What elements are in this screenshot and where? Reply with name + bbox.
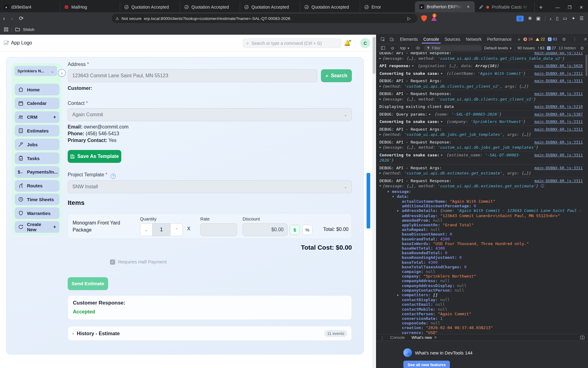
browser-tab[interactable]: MailHog <box>60 2 120 12</box>
expand-arrow-icon[interactable]: ▼ <box>392 194 397 199</box>
expand-arrow-icon[interactable]: ▶ <box>439 153 444 156</box>
console-property-row[interactable]: currency: "USD" <box>379 330 583 334</box>
sidebar-item-payments-in-[interactable]: $←Payments/In... <box>15 166 59 178</box>
reload-icon[interactable]: ⟳ <box>16 15 27 22</box>
expand-arrow-icon[interactable]: ▶ <box>397 293 402 297</box>
drawer-kebab-icon[interactable]: ⋮ <box>378 335 386 340</box>
browser-tab[interactable]: Quotation Accepted <box>120 2 180 12</box>
dock-panel-icon[interactable] <box>578 335 586 340</box>
console-source-link[interactable]: main-DUBNX-6R.js:5210 <box>534 104 583 109</box>
devtools-tab-elements[interactable]: Elements <box>397 35 420 44</box>
console-property-row[interactable]: baseTotalTaxesAndCharges: 0 <box>379 265 583 269</box>
info-icon[interactable]: ⓘ <box>538 184 544 188</box>
devtools-scrollbar[interactable] <box>585 52 588 334</box>
apps-grid-icon[interactable] <box>4 27 9 32</box>
address-field[interactable] <box>68 69 317 82</box>
console-source-link[interactable]: main-DUBNX-6R.js:3311 <box>534 91 583 97</box>
expand-arrow-icon[interactable]: ▶ <box>379 85 383 88</box>
extensions-icon[interactable]: ❋ <box>528 16 532 21</box>
see-all-features-button[interactable]: See all new features <box>403 361 450 368</box>
sidebar-item-crm[interactable]: CRM+ <box>15 111 59 123</box>
console-source-link[interactable]: main-DUBNX-6R.js:3311 <box>534 119 583 125</box>
console-property-row[interactable]: contactEmail: null <box>379 302 583 307</box>
command-search[interactable]: ⌕ <box>243 38 341 48</box>
expand-arrow-icon[interactable]: ▶ <box>379 133 383 136</box>
expand-arrow-icon[interactable]: ▶ <box>411 64 416 67</box>
expand-arrow-icon[interactable]: ▶ <box>379 171 383 174</box>
console-property-row[interactable]: baseRoundingAdjustment: 0 <box>379 255 583 260</box>
console-property-row[interactable]: campaign: null <box>379 269 583 274</box>
user-avatar[interactable]: C <box>360 38 370 48</box>
save-as-template-button[interactable]: Save As Template <box>68 150 121 163</box>
back-icon[interactable]: ‹ <box>0 15 8 22</box>
url-field[interactable]: ⚠ Not secure erp.local:8000/clients?look… <box>112 14 417 23</box>
errors-badge[interactable]: ✕24 <box>523 37 533 41</box>
inner-scrollbar-thumb[interactable] <box>367 173 370 228</box>
console-property-row[interactable]: baseInWords: "USD Four Thousand, Three H… <box>379 241 583 246</box>
browser-tab[interactable]: Profitable Casts W <box>475 2 535 12</box>
sidebar-item-calendar[interactable]: Calendar <box>15 98 59 109</box>
discount-percent-toggle[interactable]: % <box>302 225 312 235</box>
expand-arrow-icon[interactable]: ▶ <box>428 113 432 116</box>
half-payment-checkbox[interactable]: ✓ <box>110 259 115 265</box>
history-accordion[interactable]: › History - Estimate 11 events <box>68 326 352 341</box>
address-input[interactable] <box>72 73 313 79</box>
drawer-tab-whats-new[interactable]: What's new ✕ <box>409 335 440 340</box>
console-source-link[interactable]: main-DUBNX-6R.js:3311 <box>534 78 583 84</box>
console-property-row[interactable]: amendedFrom: null <box>379 218 583 223</box>
browser-tab[interactable]: Quotation Accepted <box>300 2 360 12</box>
send-estimate-button[interactable]: Send Estimate <box>68 277 108 290</box>
discount-dollar-toggle[interactable]: $ <box>290 225 300 235</box>
console-property-row[interactable]: baseTotal: 4300 <box>379 260 583 265</box>
company-selector[interactable]: Sprinklers N... ⌄ <box>14 66 57 76</box>
quantity-decrease-button[interactable]: ⌄ <box>140 224 152 236</box>
devtools-tab-console[interactable]: Console <box>420 35 442 44</box>
console-property-row[interactable]: baseDiscountAmount: 0 <box>379 232 583 236</box>
console-source-link[interactable]: main-DUBNX-6R.js:3311 <box>534 140 583 145</box>
console-property-row[interactable]: company: "Sprinklers Northwest" <box>379 274 583 278</box>
sidebar-item-home[interactable]: Home <box>15 84 59 95</box>
device-toolbar-icon[interactable] <box>388 37 396 42</box>
console-source-link[interactable]: main-DUBNX-6R.js:3311 <box>534 127 583 132</box>
warnings-badge[interactable]: 22 <box>536 37 545 41</box>
console-property-row[interactable]: autoRepeat: null <box>379 227 583 232</box>
expand-arrow-icon[interactable]: ▶ <box>439 72 444 75</box>
settings-gear-icon[interactable]: ⚙ <box>578 46 586 51</box>
console-property-row[interactable]: contactPerson: "Again Commit" <box>379 312 583 316</box>
brave-shield-icon[interactable] <box>421 15 427 22</box>
app-logo[interactable]: App Logo <box>4 40 32 46</box>
console-source-link[interactable]: main-DUBNX-6R.js:3311 <box>534 165 583 171</box>
sidebar-item-routes[interactable]: Routes <box>15 180 59 192</box>
sidebar-item-estimates[interactable]: Estimates <box>15 125 59 136</box>
browser-tab[interactable]: Quotation Accepted <box>240 2 300 12</box>
console-property-row[interactable]: companyAddress: null <box>379 278 583 283</box>
console-source-link[interactable]: main-DUBNX-6R.js:5026 <box>534 63 583 69</box>
eye-icon[interactable] <box>414 46 422 50</box>
expand-arrow-icon[interactable]: ▶ <box>379 98 383 101</box>
browser-tab[interactable]: ed3i9ei0ar4 <box>0 2 60 12</box>
quantity-increase-button[interactable]: ⌃ <box>171 224 183 236</box>
bookmark-folder-shiloh[interactable]: Shiloh <box>23 27 35 32</box>
tab-close-icon[interactable]: ✕ <box>466 4 471 9</box>
console-property-row[interactable]: creation: "2026-02-04 08:37:48.038213" <box>379 325 583 330</box>
media-icon[interactable]: ♪ <box>549 16 552 21</box>
expand-arrow-icon[interactable]: ▼ <box>379 184 383 187</box>
console-property-row[interactable]: contactDisplay: null <box>379 297 583 302</box>
window-close-button[interactable]: ✕ <box>579 5 583 10</box>
search-input[interactable] <box>251 41 338 46</box>
issues-info[interactable]: i27 <box>547 46 556 50</box>
clear-console-icon[interactable]: ⊘ <box>389 46 396 51</box>
add-icon[interactable]: + <box>53 114 56 120</box>
brave-rewards-icon[interactable]: 1 <box>431 16 437 21</box>
console-property-row[interactable]: conversionRate: 1 <box>379 316 583 321</box>
console-property-row[interactable]: actualCustomerName: "Again With Commit" <box>379 199 583 204</box>
expand-arrow-icon[interactable]: ▼ <box>387 190 392 194</box>
devtools-close-icon[interactable]: ✕ <box>582 37 588 42</box>
notifications-bell-icon[interactable]: 🔔 <box>344 40 351 46</box>
wallet-icon[interactable]: ▭ <box>563 16 567 21</box>
sidebar-item-jobs[interactable]: Jobs <box>15 139 59 150</box>
browser-tab[interactable]: Error <box>360 2 415 12</box>
console-source-link[interactable]: main-DUBNX-6R.js:3311 <box>534 152 583 158</box>
browser-tab[interactable]: eBrotherton ERPNe✕ <box>415 1 475 12</box>
browser-tab[interactable]: Quotation Accepted <box>180 2 240 12</box>
